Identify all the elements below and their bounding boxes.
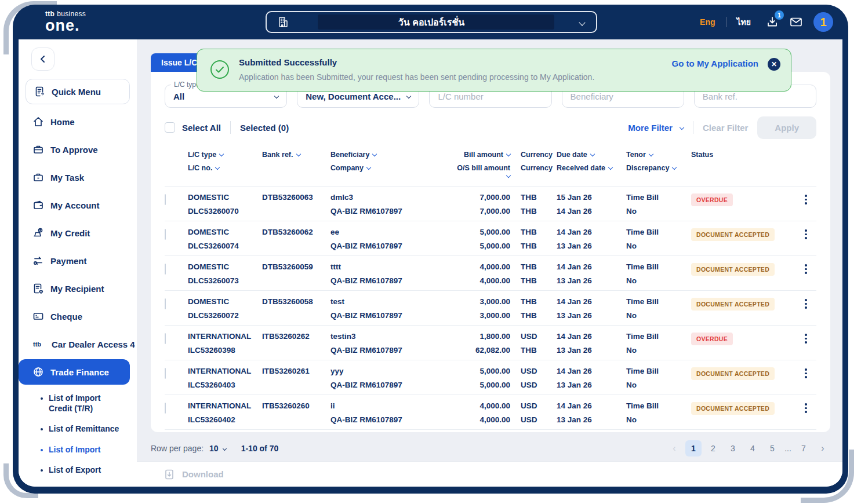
beneficiary-field[interactable] [571, 92, 675, 101]
row-actions-button[interactable] [795, 263, 816, 274]
table-row[interactable]: INTERNATIONALILC53260403 ITB53260261 yyy… [165, 360, 816, 395]
downloads-button[interactable]: 1 [766, 16, 779, 28]
cell-beneficiary: eeQA-BIZ RM6107897 [330, 228, 452, 250]
app-window: ttbbusiness one. วัน คอเปอร์เรชั่น Eng [13, 5, 848, 494]
sidebar-item-trade-finance[interactable]: Trade Finance [19, 359, 130, 385]
rows-per-page-select[interactable]: 10 [209, 444, 219, 453]
row-checkbox[interactable] [165, 229, 166, 240]
sidebar-item-my-credit[interactable]: My Credit [19, 219, 137, 247]
sort-icon[interactable] [590, 152, 595, 156]
table-row[interactable]: INTERNATIONALILC53260402 ITB53260260 iiQ… [165, 395, 816, 429]
sidebar-item-my-recipient[interactable]: My Recipient [19, 275, 137, 302]
previous-page-button[interactable]: ‹ [667, 441, 682, 456]
table-row[interactable]: DOMESTICDLC53260070 DTB53260063 dmlc3QA-… [165, 186, 816, 221]
row-checkbox[interactable] [165, 264, 166, 275]
column-lc-type[interactable]: L/C type L/C no. [188, 151, 262, 172]
banner-texts: Submitted Successfully Application has b… [239, 57, 672, 82]
lc-number-field[interactable] [438, 92, 543, 101]
more-filter-button[interactable]: More Filter [628, 123, 684, 133]
column-due-date[interactable]: Due date Received date [557, 151, 626, 172]
page-button-4[interactable]: 4 [744, 440, 761, 456]
banner-close-button[interactable]: ✕ [768, 58, 780, 71]
sidebar-subitem-import-credit[interactable]: List of Import Credit (T/R) [19, 388, 137, 419]
sidebar-subitem-remittance[interactable]: List of Remittance [19, 419, 137, 440]
main-area: Quick Menu Home To Approve My Task [19, 39, 842, 487]
page-button-5[interactable]: 5 [764, 440, 780, 456]
row-actions-button[interactable] [795, 193, 816, 204]
table-row[interactable]: INTERNATIONAL ITB53260259 test 3,000.00 … [165, 429, 816, 432]
table-row[interactable]: INTERNATIONALILC53260398 ITB53260262 tes… [165, 325, 816, 360]
row-actions-button[interactable] [795, 298, 816, 309]
bullet-icon [41, 428, 43, 430]
messages-button[interactable] [789, 15, 803, 29]
user-avatar[interactable]: 1 [813, 12, 833, 32]
page-button-7[interactable]: 7 [795, 440, 812, 456]
go-to-my-application-link[interactable]: Go to My Application [672, 59, 758, 68]
quick-menu-button[interactable]: Quick Menu [26, 79, 130, 104]
sidebar-item-to-approve[interactable]: To Approve [19, 136, 137, 163]
sort-icon[interactable] [672, 165, 677, 170]
select-all-label[interactable]: Select All [182, 123, 221, 133]
sidebar-item-my-task[interactable]: My Task [19, 163, 137, 191]
table-row[interactable]: DOMESTICDLC53260074 DTB53260062 eeQA-BIZ… [165, 221, 816, 255]
sort-icon[interactable] [296, 152, 300, 156]
sort-icon[interactable] [506, 173, 511, 178]
cell-due-date: 15 Jan 2614 Jan 26 [557, 193, 626, 215]
selected-count: Selected (0) [240, 123, 289, 133]
row-actions-button[interactable] [795, 367, 816, 378]
sidebar-subitem-list-of-export[interactable]: List of Export [19, 460, 137, 481]
cell-bill-amount: 5,000.005,000.00 [452, 228, 521, 250]
sort-icon[interactable] [215, 165, 220, 170]
language-thai[interactable]: ไทย [737, 16, 751, 28]
sidebar-subitem-list-of-import[interactable]: List of Import [19, 440, 137, 461]
collapse-sidebar-button[interactable] [31, 48, 55, 71]
sidebar-item-my-account[interactable]: My Account [19, 191, 137, 219]
row-checkbox[interactable] [165, 368, 166, 379]
column-status: Status [691, 151, 795, 159]
chevron-down-icon [223, 446, 227, 450]
language-english[interactable]: Eng [700, 17, 715, 27]
select-all-checkbox[interactable] [165, 122, 175, 133]
column-bill-amount[interactable]: Bill amount O/S bill amount [452, 151, 521, 180]
page-button-1[interactable]: 1 [685, 440, 702, 456]
sort-icon[interactable] [506, 152, 511, 156]
sort-icon[interactable] [372, 152, 377, 156]
banner-title: Submitted Successfully [239, 57, 672, 67]
cell-lc-type: INTERNATIONALILC53260402 [188, 402, 262, 423]
cell-status: DOCUMENT ACCEPTED [691, 298, 795, 311]
page-button-2[interactable]: 2 [705, 440, 721, 456]
column-bank-ref[interactable]: Bank ref. [262, 151, 330, 159]
column-beneficiary[interactable]: Beneficiary Company [330, 151, 452, 172]
table-row[interactable]: DOMESTICDLC53260072 DTB53260058 testQA-B… [165, 290, 816, 325]
download-button[interactable]: Download [164, 469, 224, 480]
cell-currency: THBTHB [521, 298, 557, 319]
clear-filter-button[interactable]: Clear Filter [703, 123, 748, 133]
row-checkbox[interactable] [165, 194, 166, 205]
sort-icon[interactable] [219, 152, 224, 156]
sidebar-item-car-dealer[interactable]: ttb Car Dealer Access 4 [19, 330, 137, 358]
column-tenor[interactable]: Tenor Discrepancy [626, 151, 691, 172]
company-selector[interactable]: วัน คอเปอร์เรชั่น [266, 11, 597, 33]
status-badge: OVERDUE [691, 333, 733, 345]
sort-icon[interactable] [366, 165, 371, 170]
table-row[interactable]: DOMESTICDLC53260073 DTB53260059 ttttQA-B… [165, 255, 816, 290]
row-actions-button[interactable] [795, 333, 816, 344]
bank-ref-field[interactable] [703, 92, 808, 101]
row-checkbox[interactable] [165, 298, 166, 309]
sidebar-item-payment[interactable]: Payment [19, 247, 137, 275]
row-checkbox[interactable] [165, 333, 166, 344]
row-checkbox[interactable] [165, 403, 166, 414]
row-actions-button[interactable] [795, 228, 816, 239]
cell-due-date: 14 Jan 2613 Jan 26 [557, 333, 626, 354]
row-actions-button[interactable] [795, 402, 816, 413]
sidebar-subitem-trade-dashboard[interactable]: Trade Dashboard [19, 481, 137, 487]
transfer-icon [32, 255, 44, 266]
page-button-3[interactable]: 3 [725, 440, 741, 456]
sidebar-item-home[interactable]: Home [19, 108, 137, 136]
next-page-button[interactable]: › [815, 441, 830, 456]
apply-button[interactable]: Apply [757, 116, 816, 139]
sidebar-item-cheque[interactable]: Cheque [19, 302, 137, 330]
sort-icon[interactable] [608, 165, 613, 170]
cell-due-date: 14 Jan 2613 Jan 26 [557, 402, 626, 423]
sort-icon[interactable] [649, 152, 653, 156]
